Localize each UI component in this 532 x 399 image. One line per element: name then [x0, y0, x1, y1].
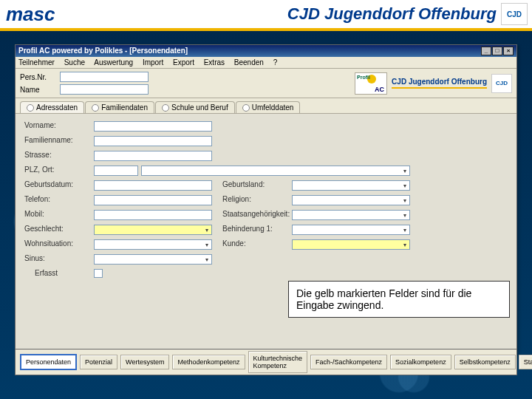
mobil-input[interactable] [94, 210, 212, 220]
persnr-input[interactable] [60, 72, 149, 82]
sinus-label: Sinus: [24, 254, 83, 265]
kunde-label: Kunde: [222, 239, 282, 250]
btn-personendaten[interactable]: Personendaten [20, 354, 77, 370]
plz-input[interactable] [94, 166, 138, 176]
btn-selbstkompetenz[interactable]: Selbstkompetenz [454, 355, 516, 369]
brand: masc [6, 3, 55, 26]
familienname-label: Familienname: [24, 136, 83, 146]
btn-kulturtechnisch[interactable]: Kulturtechnische Kompetenz [248, 351, 308, 373]
vorname-label: Vorname: [24, 121, 83, 132]
tab-icon [162, 104, 169, 112]
menu-export[interactable]: Export [173, 58, 194, 66]
org-text: CJD Jugenddorf Offenburg [392, 78, 487, 89]
btn-potenzial[interactable]: Potenzial [80, 355, 117, 369]
tab-label: Umfelddaten [252, 103, 294, 112]
strasse-label: Strasse: [24, 151, 83, 161]
tab-icon [242, 104, 250, 112]
sinus-dropdown[interactable] [94, 254, 212, 265]
tab-icon [27, 104, 34, 112]
menu-suche[interactable]: Suche [64, 58, 85, 66]
tab-label: Schule und Beruf [171, 103, 228, 112]
erfasst-label: Erfasst [24, 269, 83, 278]
cjd-small-logo: CJD [491, 74, 512, 93]
strasse-input[interactable] [94, 151, 212, 161]
staat-dropdown[interactable] [292, 210, 410, 220]
annotation-note: Die gelb markierten Felder sind für die … [288, 281, 510, 318]
btn-statistik[interactable]: Statistik [519, 355, 532, 369]
org-title: CJD Jugenddorf Offenburg [287, 4, 497, 24]
telefon-input[interactable] [94, 195, 212, 205]
titlebar: Profil AC powered by Polikles - [Persone… [16, 45, 516, 57]
form-panel: Vorname: Familienname: Strasse: PLZ, Ort… [16, 114, 516, 354]
slide-header: masc CJD Jugenddorf Offenburg CJD [0, 0, 532, 31]
btn-methodenkompetenz[interactable]: Methodenkompetenz [172, 355, 245, 369]
geburtsland-dropdown[interactable] [292, 180, 410, 191]
menu-teilnehmer[interactable]: Teilnehmer [18, 58, 55, 66]
geburtsland-label: Geburtsland: [222, 180, 282, 191]
religion-label: Religion: [222, 195, 282, 205]
tab-label: Familiendaten [101, 103, 148, 112]
beh-dropdown[interactable] [292, 225, 410, 235]
persnr-label: Pers.Nr. [20, 73, 57, 81]
staat-label: Staatsangehörigkeit: [222, 210, 282, 220]
menu-import[interactable]: Import [143, 58, 163, 66]
profil-ac-logo: ProfilAC [355, 72, 387, 95]
infobar: Pers.Nr. Name ProfilAC CJD Jugenddorf Of… [16, 69, 516, 98]
wohn-label: Wohnsituation: [24, 239, 83, 250]
plzort-label: PLZ, Ort: [24, 166, 83, 176]
ort-dropdown[interactable] [141, 166, 410, 176]
name-label: Name [20, 86, 57, 94]
cjd-logo: CJD [501, 3, 528, 25]
menu-extras[interactable]: Extras [204, 58, 225, 66]
menubar: Teilnehmer Suche Auswertung Import Expor… [16, 57, 516, 69]
btn-sozialkompetenz[interactable]: Sozialkompetenz [390, 355, 451, 369]
menu-beenden[interactable]: Beenden [234, 58, 264, 66]
geburtsdatum-input[interactable] [94, 180, 212, 191]
wohn-dropdown[interactable] [94, 239, 212, 250]
tab-label: Adressdaten [36, 103, 78, 112]
menu-auswertung[interactable]: Auswertung [94, 58, 133, 66]
tab-umfelddaten[interactable]: Umfelddaten [236, 101, 301, 113]
menu-help[interactable]: ? [273, 58, 278, 66]
tabstrip: Adressdaten Familiendaten Schule und Ber… [16, 98, 516, 114]
religion-dropdown[interactable] [292, 195, 410, 205]
tab-schule-beruf[interactable]: Schule und Beruf [155, 101, 235, 113]
bottom-buttonbar: Personendaten Potenzial Wertesystem Meth… [15, 349, 517, 375]
name-input[interactable] [60, 84, 149, 95]
close-button[interactable]: × [503, 47, 514, 55]
mobil-label: Mobil: [24, 210, 83, 220]
window-title: Profil AC powered by Polikles - [Persone… [18, 45, 188, 57]
beh-label: Behinderung 1: [222, 225, 282, 235]
geburtsdatum-label: Geburtsdatum: [24, 180, 83, 191]
geschlecht-dropdown[interactable] [94, 225, 212, 235]
vorname-input[interactable] [94, 121, 212, 132]
maximize-button[interactable]: □ [492, 47, 502, 55]
telefon-label: Telefon: [24, 195, 83, 205]
erfasst-checkbox[interactable] [94, 269, 103, 278]
geschlecht-label: Geschlecht: [24, 225, 83, 235]
btn-fachsach[interactable]: Fach-/Sachkompetenz [310, 355, 387, 369]
tab-adressdaten[interactable]: Adressdaten [20, 101, 84, 113]
tab-familiendaten[interactable]: Familiendaten [85, 101, 154, 113]
tab-icon [92, 104, 99, 112]
minimize-button[interactable]: _ [481, 47, 491, 55]
familienname-input[interactable] [94, 136, 212, 146]
kunde-dropdown[interactable] [292, 239, 410, 250]
btn-wertesystem[interactable]: Wertesystem [120, 355, 169, 369]
